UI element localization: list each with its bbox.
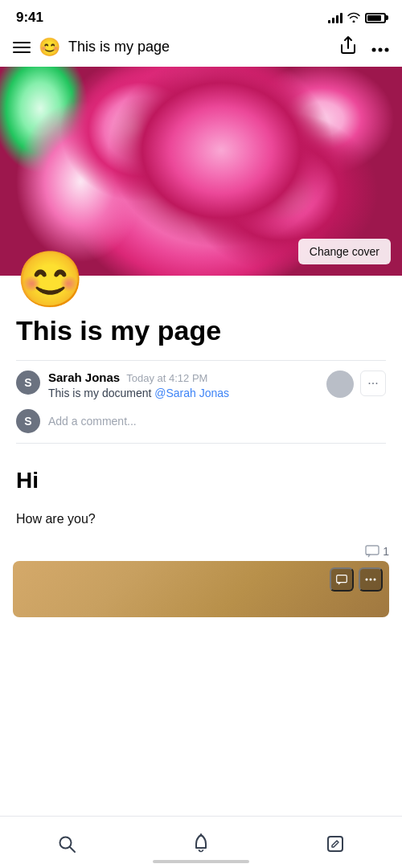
svg-rect-4: [337, 575, 347, 583]
svg-point-2: [385, 48, 389, 52]
status-icons: [328, 11, 386, 25]
card-more-button[interactable]: [359, 567, 383, 592]
avatar: S: [16, 371, 40, 395]
tab-edit[interactable]: [311, 826, 359, 862]
svg-point-1: [379, 48, 383, 52]
add-comment-row[interactable]: S Add a comment...: [16, 401, 386, 433]
bottom-card: [13, 561, 389, 617]
status-time: 9:41: [16, 10, 43, 26]
comment-block: S Sarah Jonas Today at 4:12 PM This is m…: [16, 360, 386, 444]
card-more-icon: [365, 578, 376, 581]
nav-right: [339, 35, 389, 59]
ghost-avatar: [326, 371, 354, 398]
tab-search[interactable]: [43, 826, 91, 862]
battery-icon: [365, 13, 386, 23]
search-icon: [57, 834, 76, 854]
wifi-icon: [347, 11, 360, 25]
cover-image: Change cover: [0, 67, 402, 276]
comment-count-row: 1: [0, 545, 402, 558]
comment-count-icon: [365, 545, 379, 558]
comment-row: S Sarah Jonas Today at 4:12 PM This is m…: [16, 371, 386, 402]
content-area: This is my page S Sarah Jonas Today at 4…: [0, 314, 402, 444]
svg-point-6: [370, 579, 372, 581]
nav-page-title: This is my page: [68, 39, 170, 55]
comment-more-icon: ···: [367, 376, 378, 391]
svg-rect-11: [328, 837, 343, 851]
more-icon[interactable]: [371, 38, 389, 56]
nav-page-emoji: 😊: [39, 37, 60, 58]
card-comment-icon: [336, 575, 347, 585]
avatar-initial: S: [24, 376, 31, 389]
svg-line-9: [70, 847, 75, 852]
share-icon[interactable]: [339, 35, 357, 59]
comment-author: Sarah Jonas: [48, 371, 120, 384]
nav-bar: 😊 This is my page: [0, 31, 402, 67]
comment-count-badge[interactable]: 1: [365, 545, 389, 558]
page-heading: This is my page: [16, 314, 386, 347]
edit-icon: [326, 834, 345, 854]
add-comment-avatar-initial: S: [24, 415, 31, 428]
nav-left: 😊 This is my page: [13, 37, 170, 58]
page-icon-emoji[interactable]: 😊: [16, 252, 386, 306]
svg-point-5: [366, 579, 368, 581]
card-comment-button[interactable]: [330, 567, 354, 592]
add-comment-placeholder[interactable]: Add a comment...: [48, 415, 137, 428]
status-bar: 9:41: [0, 0, 402, 31]
body-paragraph: How are you?: [16, 510, 386, 529]
comment-text: This is my document @Sarah Jonas: [48, 386, 352, 402]
tab-notifications[interactable]: [177, 826, 225, 862]
hamburger-icon[interactable]: [13, 42, 31, 53]
comment-text-content: This is my document: [48, 387, 151, 399]
comment-content: Sarah Jonas Today at 4:12 PM This is my …: [48, 371, 352, 402]
home-indicator: [153, 860, 249, 863]
page-icon-container: 😊: [0, 252, 402, 306]
comment-more-button[interactable]: ···: [360, 371, 386, 396]
bottom-card-actions: [330, 567, 383, 592]
body-section: Hi How are you?: [0, 452, 402, 529]
svg-rect-3: [366, 546, 379, 555]
signal-icon: [328, 12, 343, 23]
comment-author-row: Sarah Jonas Today at 4:12 PM: [48, 371, 352, 384]
body-heading: Hi: [16, 468, 386, 493]
bell-icon: [191, 833, 211, 854]
add-comment-avatar: S: [16, 409, 40, 433]
comment-time: Today at 4:12 PM: [126, 372, 207, 384]
comment-count-number: 1: [383, 545, 389, 558]
svg-point-0: [372, 48, 376, 52]
comment-mention[interactable]: @Sarah Jonas: [154, 387, 229, 399]
svg-point-7: [374, 579, 376, 581]
